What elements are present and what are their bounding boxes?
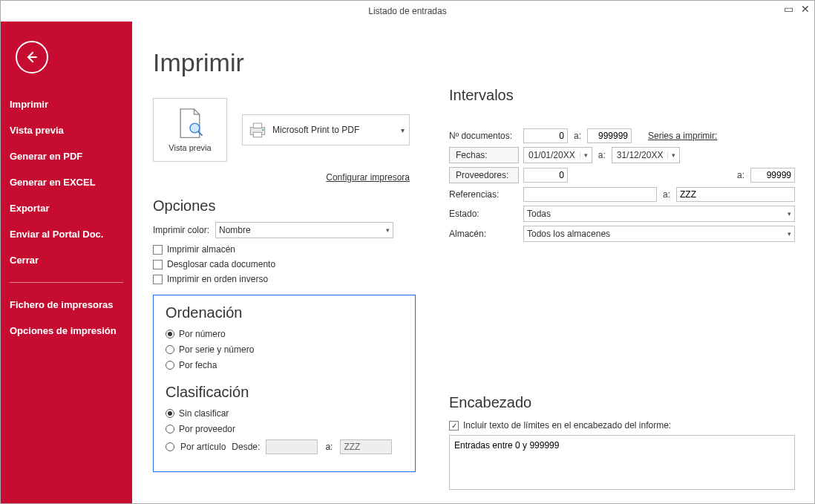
referencias-label: Referencias: (449, 189, 519, 200)
maximize-icon[interactable]: ▭ (784, 4, 793, 14)
radio-por-serie-numero[interactable]: Por serie y número (166, 344, 403, 355)
sidebar-separator (10, 282, 123, 283)
series-imprimir-link[interactable]: Series a imprimir: (648, 131, 717, 141)
print-dialog-window: Listado de entradas ▭ ✕ Imprimir Vista p… (0, 0, 815, 504)
radio-por-articulo-label: Por artículo (180, 442, 226, 452)
radio-por-fecha-label: Por fecha (179, 360, 217, 370)
radio-por-numero[interactable]: Por número (166, 329, 403, 339)
svg-rect-3 (253, 132, 261, 137)
sidebar: Imprimir Vista previa Generar en PDF Gen… (1, 22, 132, 503)
estado-label: Estado: (449, 209, 519, 219)
ndoc-to-input[interactable] (587, 128, 632, 143)
a-label: a: (324, 442, 334, 452)
chk-desglosar-label: Desglosar cada documento (167, 259, 275, 269)
fechas-button-label: Fechas: (456, 150, 488, 160)
radio-icon (166, 442, 174, 451)
chk-desglosar-documento[interactable]: Desglosar cada documento (153, 259, 419, 269)
document-preview-icon (176, 108, 204, 140)
sidebar-item-fichero-impresoras[interactable]: Fichero de impresoras (1, 292, 132, 318)
encabezado-heading: Encabezado (449, 394, 795, 411)
radio-icon (166, 409, 174, 418)
chk-incluir-limites[interactable]: ✓ Incluir texto de límites en el encabez… (449, 420, 795, 431)
radio-sin-clasificar[interactable]: Sin clasificar (166, 408, 403, 419)
fecha-from-value: 01/01/20XX (524, 150, 580, 160)
radio-icon (166, 345, 174, 354)
titlebar: Listado de entradas ▭ ✕ (1, 1, 814, 22)
radio-por-articulo[interactable]: Por artículo Desde: a: (166, 439, 403, 454)
opciones-heading: Opciones (153, 197, 419, 215)
ndocumentos-label: Nº documentos: (449, 131, 519, 141)
configure-printer-link[interactable]: Configurar impresora (153, 172, 410, 183)
sidebar-item-cerrar[interactable]: Cerrar (1, 247, 132, 273)
svg-rect-2 (253, 123, 261, 128)
chk-incluir-limites-label: Incluir texto de límites en el encabezad… (463, 420, 671, 431)
a-label: a: (736, 170, 746, 180)
radio-por-serie-label: Por serie y número (179, 344, 254, 355)
radio-por-numero-label: Por número (179, 329, 226, 339)
almacen-combo[interactable]: Todos los almacenes ▾ (523, 226, 795, 242)
vista-previa-button[interactable]: Vista previa (153, 98, 227, 162)
ordenacion-heading: Ordenación (166, 304, 403, 321)
ref-to-input[interactable] (676, 187, 795, 202)
checkbox-icon (153, 260, 163, 269)
window-title: Listado de entradas (368, 6, 446, 16)
fecha-from-combo[interactable]: 01/01/20XX ▾ (523, 147, 592, 163)
a-label: a: (597, 150, 607, 160)
checkbox-icon (153, 275, 163, 284)
radio-por-fecha[interactable]: Por fecha (166, 360, 403, 370)
ref-from-input[interactable] (523, 187, 657, 202)
imprimir-color-value: Nombre (219, 225, 251, 235)
vista-previa-label: Vista previa (168, 143, 211, 152)
sidebar-item-vista-previa[interactable]: Vista previa (1, 117, 132, 143)
printer-select[interactable]: Microsoft Print to PDF ▾ (242, 114, 410, 145)
back-button[interactable] (16, 41, 48, 73)
prov-to-input[interactable] (750, 168, 795, 183)
arrow-left-icon (24, 50, 39, 65)
a-label: a: (661, 189, 672, 200)
radio-icon (166, 425, 174, 433)
fecha-to-combo[interactable]: 31/12/20XX ▾ (612, 147, 681, 163)
sidebar-item-generar-pdf[interactable]: Generar en PDF (1, 143, 132, 169)
chk-orden-inverso-label: Imprimir en orden inverso (167, 274, 268, 284)
chk-orden-inverso[interactable]: Imprimir en orden inverso (153, 274, 419, 284)
articulo-hasta-input[interactable] (340, 439, 392, 454)
chk-imprimir-almacen[interactable]: Imprimir almacén (153, 244, 419, 255)
content-area: Imprimir Vista previa (132, 22, 814, 503)
imprimir-color-label: Imprimir color: (153, 225, 209, 235)
close-icon[interactable]: ✕ (801, 4, 810, 14)
sidebar-item-exportar[interactable]: Exportar (1, 195, 132, 221)
almacen-label: Almacén: (449, 229, 519, 239)
fechas-button[interactable]: Fechas: (449, 147, 519, 163)
sidebar-item-generar-excel[interactable]: Generar en EXCEL (1, 169, 132, 195)
chevron-down-icon: ▾ (396, 126, 409, 134)
chevron-down-icon: ▾ (788, 210, 791, 217)
clasificacion-heading: Clasificación (166, 384, 403, 401)
desde-label: Desde: (232, 442, 260, 452)
encabezado-textarea[interactable] (449, 435, 795, 490)
sidebar-item-imprimir[interactable]: Imprimir (1, 91, 132, 117)
ordenacion-clasificacion-group: Ordenación Por número Por serie y número… (153, 295, 416, 472)
sidebar-item-enviar-portal[interactable]: Enviar al Portal Doc. (1, 221, 132, 247)
page-title: Imprimir (153, 48, 419, 77)
proveedores-button-label: Proveedores: (456, 170, 508, 180)
chevron-down-icon: ▾ (386, 226, 390, 234)
chevron-down-icon: ▾ (788, 230, 791, 238)
ndoc-from-input[interactable] (523, 128, 568, 143)
chk-imprimir-almacen-label: Imprimir almacén (167, 244, 235, 255)
checkbox-checked-icon: ✓ (449, 421, 459, 431)
printer-icon (248, 121, 267, 139)
articulo-desde-input[interactable] (266, 439, 318, 454)
radio-icon (166, 361, 174, 370)
chevron-down-icon: ▾ (580, 151, 592, 159)
imprimir-color-combo[interactable]: Nombre ▾ (215, 222, 393, 238)
radio-por-proveedor-label: Por proveedor (179, 424, 235, 434)
svg-point-0 (190, 123, 200, 133)
radio-por-proveedor[interactable]: Por proveedor (166, 424, 403, 434)
estado-value: Todas (527, 209, 551, 219)
sidebar-item-opciones-impresion[interactable]: Opciones de impresión (1, 318, 132, 344)
almacen-value: Todos los almacenes (527, 229, 610, 239)
estado-combo[interactable]: Todas ▾ (523, 206, 795, 222)
prov-from-input[interactable] (523, 168, 568, 183)
proveedores-button[interactable]: Proveedores: (449, 167, 519, 183)
radio-icon (166, 330, 174, 338)
